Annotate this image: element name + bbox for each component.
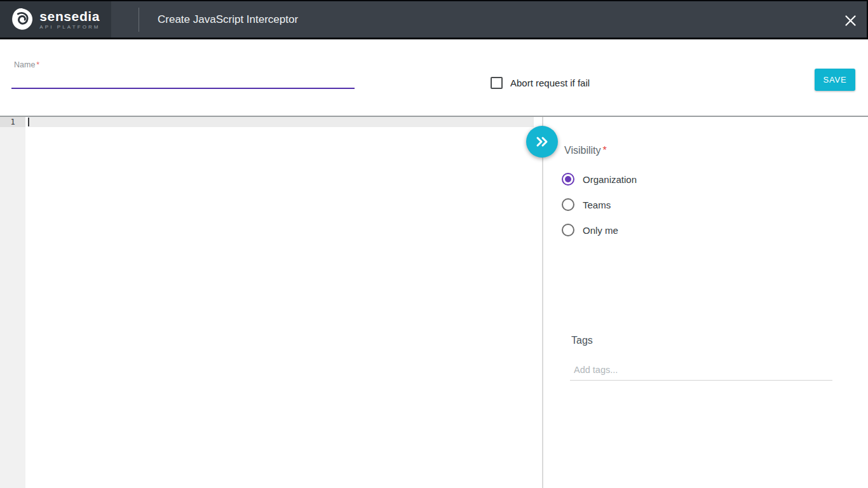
radio-option-organization[interactable]: Organization [562,166,637,192]
editor-cursor [28,118,29,126]
sensedia-logo[interactable]: sensedia API PLATFORM [0,1,111,37]
app-header: sensedia API PLATFORM Create JavaScript … [0,0,868,39]
name-label: Name* [14,60,39,69]
save-button[interactable]: SAVE [815,69,855,91]
required-asterisk: * [36,60,39,69]
tags-label: Tags [571,335,593,346]
close-button[interactable] [840,11,860,30]
radio-option-only-me[interactable]: Only me [562,217,637,243]
sensedia-logo-icon [11,8,34,31]
close-icon [844,14,857,27]
abort-checkbox-label: Abort request if fail [510,78,590,88]
name-input[interactable] [11,70,355,89]
editor-line-number: 1 [0,117,25,127]
radio-label: Only me [583,225,618,236]
radio-label: Organization [583,174,637,185]
code-editor[interactable]: 1 [0,117,542,488]
expand-panel-button[interactable] [526,126,558,158]
visibility-label: Visibility* [564,145,607,156]
radio-option-teams[interactable]: Teams [562,192,637,217]
logo-subtitle: API PLATFORM [39,24,100,30]
interceptor-form: Name* Abort request if fail SAVE [0,39,868,116]
visibility-radio-group: Organization Teams Only me [562,166,637,243]
double-chevron-right-icon [534,135,550,148]
header-divider [139,8,139,32]
editor-active-line [29,117,534,127]
editor-gutter: 1 [0,117,25,488]
details-panel: Visibility* Organization Teams Only me T… [543,117,868,488]
workspace: 1 Visibility* Organization Teams [0,116,868,488]
required-asterisk: * [603,145,607,156]
radio-button[interactable] [562,173,574,186]
tags-input[interactable] [570,359,832,381]
logo-wordmark: sensedia [39,10,100,24]
page-title: Create JavaScript Interceptor [158,0,298,39]
radio-button[interactable] [562,224,574,236]
radio-label: Teams [583,200,611,210]
abort-checkbox-row[interactable]: Abort request if fail [491,77,590,89]
radio-button[interactable] [562,198,574,211]
abort-checkbox[interactable] [491,77,503,89]
